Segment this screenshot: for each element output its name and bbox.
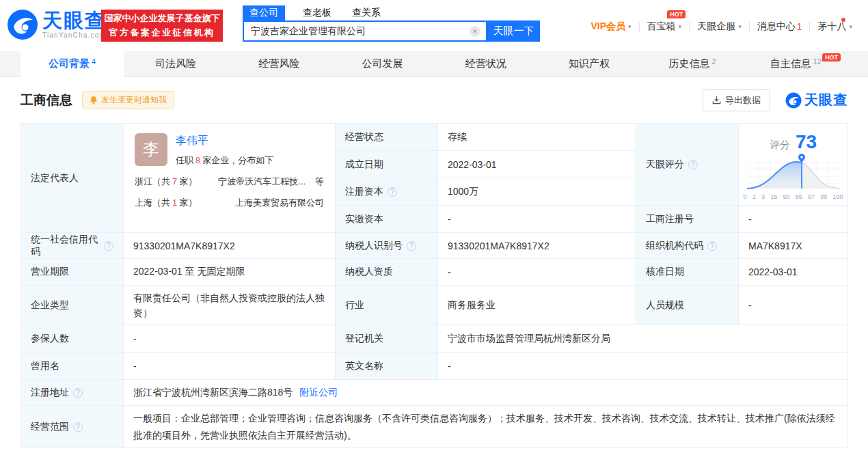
label-text: 法定代表人	[31, 172, 79, 184]
tab-judicial-risk[interactable]: 司法风险	[124, 51, 227, 77]
tab-company-background[interactable]: 公司背景 4	[21, 51, 124, 77]
nearby-companies-link[interactable]: 附近公司	[299, 387, 338, 399]
score-value: 73	[796, 131, 817, 153]
tab-history-info[interactable]: 历史信息 2	[641, 51, 744, 77]
legal-rep-cell: 李 李伟平 任职8家企业，分布如下 浙江（共7家） 宁波帝沃汽车工程技...等 …	[124, 124, 336, 233]
field-label-legal-rep: 法定代表人	[21, 124, 124, 233]
gov-badge-line2: 官方备案企业征信机构	[109, 26, 215, 40]
tab-label: 经营风险	[258, 57, 299, 70]
tab-operation-risk[interactable]: 经营风险	[228, 51, 331, 77]
region-company-row: 上海（共1家） 上海美寰贸易有限公司	[135, 197, 324, 209]
menu-enterprise-service-label: 天眼企服	[697, 20, 735, 33]
field-value-credit-code: 91330201MA7K8917X2	[124, 233, 336, 259]
tab-label: 知识产权	[569, 57, 610, 70]
legal-rep-name-link[interactable]: 李伟平	[176, 135, 208, 146]
divider	[749, 22, 750, 31]
field-value-taxpayer-qual: -	[438, 259, 636, 286]
help-icon[interactable]: ?	[407, 241, 416, 251]
menu-toolbox-label: 百宝箱	[647, 20, 676, 33]
notification-dot	[841, 18, 845, 22]
region-label: 浙江（共7家）	[135, 176, 197, 188]
field-value-staff-size: -	[739, 286, 848, 325]
clear-search-icon[interactable]: ×	[470, 26, 480, 37]
help-icon[interactable]: ?	[388, 187, 397, 197]
export-data-button[interactable]: 导出数据	[703, 89, 770, 111]
field-value-reg-number: -	[739, 206, 848, 233]
logo-title: 天眼查	[42, 10, 106, 31]
menu-user-account[interactable]: 茅十八 ▾	[817, 20, 852, 33]
menu-message-center[interactable]: 消息中心 1	[757, 20, 802, 33]
avatar[interactable]: 李	[135, 133, 167, 166]
field-value-taxpayer-id: 91330201MA7K8917X2	[438, 233, 636, 259]
tab-label: 历史信息	[669, 57, 710, 70]
change-notify-label: 发生变更时通知我	[101, 94, 167, 106]
search-tabs: 查公司 查老板 查关系	[243, 5, 540, 20]
field-label-staff-size: 人员规模	[636, 286, 739, 325]
menu-toolbox[interactable]: HOT 百宝箱 ▾	[647, 20, 682, 33]
help-icon[interactable]: ?	[688, 160, 698, 169]
search-tab-company[interactable]: 查公司	[243, 5, 285, 20]
field-label-reg-number: 工商注册号	[636, 206, 739, 233]
menu-enterprise-service[interactable]: 天眼企服 ▾	[697, 20, 742, 33]
field-label-insured: 参保人数	[21, 325, 124, 353]
field-label-taxpayer-id: 纳税人识别号?	[336, 233, 438, 259]
help-icon[interactable]: ?	[73, 388, 83, 398]
gov-certification-badge: 国家中小企业发展子基金旗下 官方备案企业征信机构	[101, 10, 223, 42]
chevron-down-icon: ▾	[849, 23, 852, 30]
tianyancha-logo[interactable]: 天眼查 TianYanCha.com	[7, 9, 106, 40]
search-button[interactable]: 天眼一下	[487, 20, 540, 42]
divider	[639, 22, 640, 31]
tab-label: 公司发展	[362, 57, 403, 70]
score-cell[interactable]: 评分 73	[739, 124, 848, 206]
help-icon[interactable]: ?	[707, 241, 717, 251]
tianyancha-logo-icon	[785, 92, 802, 109]
field-value-org-code: MA7K8917X	[739, 233, 848, 259]
field-value-status: 存续	[438, 124, 636, 151]
tab-count: 4	[92, 57, 96, 66]
tab-company-development[interactable]: 公司发展	[331, 51, 434, 77]
search-input[interactable]	[244, 22, 486, 40]
field-label-org-code: 组织机构代码?	[636, 233, 739, 259]
tab-label: 司法风险	[155, 57, 196, 70]
menu-vip[interactable]: VIP会员 ▾	[591, 20, 632, 33]
company-link[interactable]: 宁波帝沃汽车工程技...等	[218, 176, 324, 188]
chevron-down-icon: ▾	[679, 23, 682, 30]
tab-operating-status[interactable]: 经营状况	[434, 51, 537, 77]
field-label-english-name: 英文名称	[336, 353, 438, 380]
tab-self-info[interactable]: 自主信息 12 HOT	[744, 51, 847, 77]
avatar-char: 李	[143, 139, 159, 161]
search-tab-relation[interactable]: 查关系	[345, 5, 388, 20]
search-tab-boss[interactable]: 查老板	[296, 5, 338, 20]
tab-label: 自主信息	[770, 57, 811, 70]
field-value-english-name: -	[438, 353, 848, 380]
field-label-scope: 经营范围?	[21, 406, 124, 448]
user-menu: VIP会员 ▾ HOT 百宝箱 ▾ 天眼企服 ▾ 消息中心 1 茅十八 ▾	[584, 20, 860, 33]
tab-intellectual-property[interactable]: 知识产权	[537, 51, 640, 77]
tab-count: 2	[712, 57, 716, 66]
field-value-business-term: 2022-03-01 至 无固定期限	[124, 259, 336, 286]
change-notify-button[interactable]: 发生变更时通知我	[82, 91, 174, 109]
top-header: 天眼查 TianYanCha.com 国家中小企业发展子基金旗下 官方备案企业征…	[0, 0, 868, 51]
score-word: 评分	[770, 139, 790, 152]
field-value-approval-date: 2022-03-01	[739, 259, 848, 286]
hot-badge: HOT	[667, 10, 686, 18]
company-link[interactable]: 上海美寰贸易有限公司	[235, 197, 324, 209]
export-data-label: 导出数据	[725, 94, 761, 107]
field-value-insured: -	[124, 325, 336, 353]
message-count-badge: 1	[797, 21, 802, 32]
field-label-reg-capital: 注册资本?	[336, 178, 438, 206]
field-label-paid-capital: 实缴资本	[336, 206, 438, 233]
business-info-table: 法定代表人 李 李伟平 任职8家企业，分布如下 浙江（共7家） 宁波帝沃汽车工程…	[21, 123, 847, 448]
tianyancha-logo-icon	[7, 9, 38, 40]
field-value-company-type: 有限责任公司（非自然人投资或控股的法人独资）	[124, 286, 336, 325]
field-label-registry: 登记机关	[336, 325, 438, 353]
help-icon[interactable]: ?	[104, 241, 113, 251]
field-value-reg-address: 浙江省宁波杭州湾新区滨海二路818号 附近公司	[124, 380, 848, 406]
legal-rep-serve-info: 任职8家企业，分布如下	[176, 154, 273, 167]
help-icon[interactable]: ?	[73, 422, 83, 432]
score-axis-ticks: 01 315 5085 9799 100	[744, 193, 843, 200]
logo-subtitle: TianYanCha.com	[42, 31, 106, 39]
score-distribution-chart	[744, 153, 843, 193]
field-label-est-date: 成立日期	[336, 151, 438, 178]
field-label-industry: 行业	[336, 286, 438, 325]
